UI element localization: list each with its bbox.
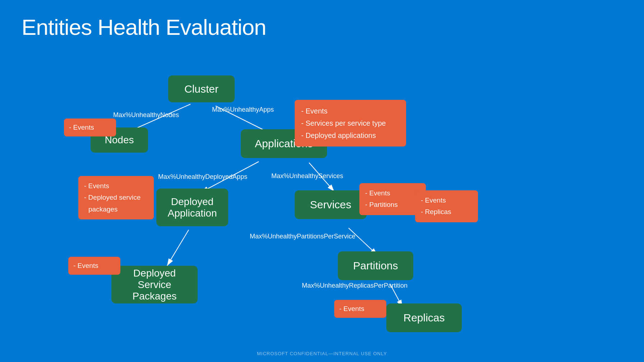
page-title: Entities Health Evaluation	[22, 14, 266, 40]
svg-line-5	[349, 228, 377, 255]
label-max-unhealthy-replicas-per-partition: Max%UnhealthyReplicasPerPartition	[302, 282, 408, 289]
replicas-node: Replicas	[386, 303, 462, 332]
partitions-node: Partitions	[338, 251, 413, 280]
deployed-sp-events-box: - Events	[68, 257, 120, 275]
label-max-unhealthy-deployed-apps: Max%UnhealthyDeployedApps	[158, 173, 247, 181]
footer-text: MICROSOFT CONFIDENTIAL—INTERNAL USE ONLY	[257, 351, 387, 356]
cluster-node: Cluster	[168, 75, 235, 102]
applications-events-box: - Events - Services per service type - D…	[295, 100, 406, 147]
label-max-unhealthy-partitions-per-service: Max%UnhealthyPartitionsPerService	[250, 233, 355, 240]
label-max-unhealthy-apps: Max%UnhealthyApps	[212, 106, 274, 113]
replicas-events-box: - Events	[334, 300, 386, 318]
label-max-unhealthy-nodes: Max%UnhealthyNodes	[113, 111, 179, 119]
deployed-application-node: Deployed Application	[156, 189, 228, 226]
nodes-events-box: - Events	[64, 119, 116, 136]
deployed-app-events-box: - Events - Deployed service packages	[78, 176, 154, 219]
label-max-unhealthy-services: Max%UnhealthyServices	[271, 172, 343, 180]
partitions-events-box: - Events - Replicas	[415, 190, 478, 222]
deployed-service-packages-node: Deployed Service Packages	[111, 266, 198, 303]
services-node: Services	[295, 190, 367, 219]
svg-line-4	[167, 230, 189, 266]
